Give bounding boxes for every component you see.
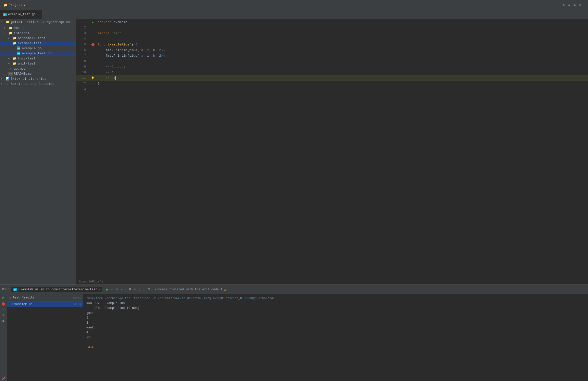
sidebar-root[interactable]: ▾ 📁 gotest ~/file/code/go/zh/gotest xyxy=(0,19,76,24)
cmd-label: cmd xyxy=(14,26,20,30)
ext-arrow: ▶ xyxy=(1,77,5,80)
align-center-icon[interactable]: ≡ xyxy=(568,3,570,7)
example-test-go-label: example_test.go xyxy=(22,52,52,55)
gutter-2 xyxy=(89,25,97,30)
line-num-6: 6 xyxy=(76,47,89,53)
run-filter2-icon[interactable]: ⊟ xyxy=(134,288,136,291)
sort-left-icon[interactable]: ⇅ xyxy=(2,307,5,311)
run-play-icon[interactable]: ▶ xyxy=(106,287,109,292)
warning-gutter-icon: 💡 xyxy=(91,77,95,80)
example-go-file-icon: go xyxy=(16,46,21,50)
run-stop-icon[interactable]: ⊘ xyxy=(116,287,118,292)
sidebar-item-example-test-go[interactable]: go example_test.go xyxy=(0,51,76,56)
run-filter-icon[interactable]: ☰ xyxy=(129,288,131,291)
list-left-icon[interactable]: ≡ xyxy=(2,325,5,328)
sidebar: ▾ 📁 gotest ~/file/code/go/zh/gotest ▶ 📁 … xyxy=(0,19,76,284)
settings-icon[interactable]: ⚙ xyxy=(579,3,581,7)
run-scroll-up-icon[interactable]: ↑ xyxy=(138,288,140,292)
go-mod-label: go.mod xyxy=(14,67,26,71)
gutter-12[interactable]: − xyxy=(89,81,97,86)
run-scroll-down-icon[interactable]: ↓ xyxy=(143,288,145,292)
line-4: 4 xyxy=(76,36,588,42)
go-mod-spacer xyxy=(4,67,8,70)
code-5: func ExamplePlus() { xyxy=(97,42,588,47)
code-6: fmt.Println(plus( a: 2, b: 2)) xyxy=(97,47,588,53)
benchmark-label: benchmark-test xyxy=(18,36,45,40)
gutter-1[interactable]: ▶ xyxy=(89,19,97,25)
test-results-label: Test Results xyxy=(13,296,35,299)
run-tab-go-icon: go xyxy=(13,288,17,291)
line-10: 10 // 4 xyxy=(76,70,588,75)
project-dropdown[interactable]: 📁 Project ▾ xyxy=(2,3,27,8)
sidebar-item-cmd[interactable]: ▶ 📁 cmd xyxy=(0,25,76,30)
readme-label: README.md xyxy=(14,72,32,76)
gear-left-icon[interactable]: ⚙ xyxy=(2,312,5,318)
code-4 xyxy=(97,36,588,42)
sidebar-item-external-libraries[interactable]: ▶ 📊 External Libraries xyxy=(0,76,76,81)
stop-left-icon[interactable]: ◼ xyxy=(2,319,5,324)
code-2 xyxy=(97,25,588,30)
gutter-3 xyxy=(89,30,97,36)
tab-example-test[interactable]: go example_test.go ✕ xyxy=(0,10,42,19)
test-row-name: ExamplePlus xyxy=(12,303,73,306)
go-mod-file-icon: go xyxy=(8,67,13,71)
test-result-row-exampleplus[interactable]: ✕ ExamplePlus 0 ms xyxy=(7,301,83,307)
sidebar-item-go-mod[interactable]: go go.mod xyxy=(0,66,76,71)
run-label: Run: xyxy=(2,288,9,291)
fuzz-folder-icon: 📁 xyxy=(12,56,17,60)
scratches-arrow: ▶ xyxy=(1,82,5,85)
gutter-7 xyxy=(89,53,97,58)
test-row-time: 0 ms xyxy=(74,303,81,306)
run-tab[interactable]: go ExamplePlus in zh.com/internal/exampl… xyxy=(11,287,102,292)
gutter-4 xyxy=(89,36,97,42)
sidebar-item-example-go[interactable]: go example.go xyxy=(0,46,76,51)
run-sort-desc-icon[interactable]: ⇵ xyxy=(125,288,126,291)
run-check-icon[interactable]: ✓ xyxy=(111,287,113,292)
fold-icon-12[interactable]: − xyxy=(92,83,94,85)
readme-spacer xyxy=(4,72,8,75)
sidebar-item-fuzz-test[interactable]: ▶ 📁 fuzz-test xyxy=(0,56,76,61)
unit-arrow: ▶ xyxy=(8,62,12,65)
fold-icon-9[interactable]: − xyxy=(92,66,94,69)
line-13: 13 xyxy=(76,86,588,92)
line-num-3: 3 xyxy=(76,30,89,36)
editor-content[interactable]: 1 ▶ package example 2 3 xyxy=(76,19,588,279)
error-left-icon[interactable]: ⬤ xyxy=(1,301,6,306)
code-11: // 21 xyxy=(97,75,588,81)
editor-area: 1 ▶ package example 2 3 xyxy=(76,19,588,284)
sidebar-item-readme[interactable]: MD README.md xyxy=(0,71,76,76)
run-refresh-icon[interactable]: ⟳ xyxy=(148,287,151,292)
process-msg: Process finished with the exit code 1 xyxy=(155,288,222,291)
run-gutter-icon[interactable]: ▶ xyxy=(92,21,94,24)
internal-arrow: ▾ xyxy=(4,31,8,35)
run-left-icon[interactable]: ▶ xyxy=(2,295,5,300)
sidebar-item-scratches[interactable]: ▶ ✏ Scratches and Consoles xyxy=(0,81,76,86)
line-num-1: 1 xyxy=(76,19,89,25)
root-label: gotest ~/file/code/go/zh/gotest xyxy=(11,20,72,24)
tab-bar: go example_test.go ✕ xyxy=(0,10,588,19)
sidebar-item-unit-test[interactable]: ▶ 📁 unit-test xyxy=(0,61,76,66)
diff-icon[interactable]: ≋ xyxy=(574,3,576,7)
gutter-9[interactable]: − xyxy=(89,64,97,70)
run-rerun-icon[interactable]: ⇅ xyxy=(120,288,122,291)
ext-lib-icon: 📊 xyxy=(5,77,10,81)
minimize-icon[interactable]: − xyxy=(584,3,586,7)
line-9: 9 − // Output: xyxy=(76,64,588,70)
code-8 xyxy=(97,58,588,64)
code-3: import "fmt" xyxy=(97,30,588,36)
output-panel[interactable]: /usr/local/go/bin/go tool test2json -t /… xyxy=(83,294,588,381)
pin-left-icon[interactable]: 📌 xyxy=(1,376,6,381)
target-icon[interactable]: ⊕ xyxy=(563,3,565,7)
line-6: 6 fmt.Println(plus( a: 2, b: 2)) xyxy=(76,47,588,53)
sidebar-item-example-test[interactable]: ▾ 📁 example-test xyxy=(0,41,76,46)
example-test-label: example-test xyxy=(18,41,42,45)
sidebar-item-benchmark-test[interactable]: ▶ 📁 benchmark-test xyxy=(0,36,76,41)
run-tab-close[interactable]: ✕ xyxy=(99,288,100,291)
gutter-8 xyxy=(89,58,97,64)
line-num-10: 10 xyxy=(76,70,89,75)
example-go-spacer xyxy=(12,47,16,50)
benchmark-arrow: ▶ xyxy=(8,37,12,40)
breadcrumb-bar: ExamplePlus() xyxy=(76,279,588,284)
tab-close-button[interactable]: ✕ xyxy=(37,13,39,16)
sidebar-item-internal[interactable]: ▾ 📁 internal xyxy=(0,30,76,36)
